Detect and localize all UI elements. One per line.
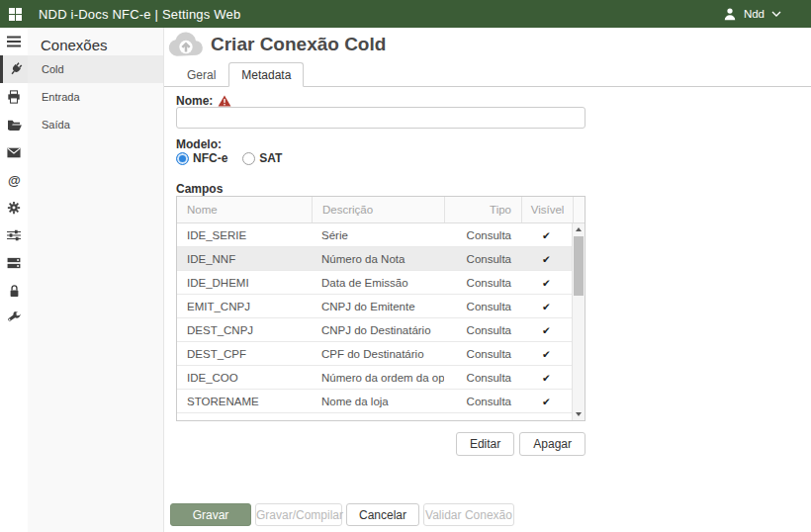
tab-metadata[interactable]: Metadata [228,62,304,87]
cell-tipo: Consulta [444,253,521,265]
table-row[interactable]: DEST_CNPJ CNPJ do Destinatário Consulta … [177,318,572,342]
table-scrollbar[interactable] [572,223,585,420]
cell-descricao: CNPJ do Emitente [312,301,444,312]
cell-descricao: CNPJ do Destinatário [312,324,444,336]
nome-label-row: Nome: [176,94,231,108]
table-row[interactable]: IDE_NNF Número da Nota Consulta ✔ [177,247,572,271]
printer-icon[interactable] [0,83,28,111]
radio-nfce[interactable]: NFC-e [176,151,227,165]
user-menu[interactable]: Ndd [723,7,781,21]
scroll-up-icon[interactable] [573,223,585,235]
tab-geral[interactable]: Geral [174,62,228,87]
cloud-upload-icon [166,30,206,59]
icon-rail: @ [0,28,28,532]
col-header-descricao[interactable]: Descrição [312,197,444,222]
table-row[interactable]: DEST_CPF CPF do Destinatário Consulta ✔ [177,342,572,366]
check-icon: ✔ [521,348,572,360]
cell-nome: IDE_NNF [177,253,312,265]
gravar-button[interactable]: Gravar [170,503,251,526]
main-content: Criar Conexão Cold Geral Metadata Nome: … [164,28,811,532]
connections-panel: Conexões Cold Entrada Saída [28,28,164,532]
sliders-icon[interactable] [0,222,28,249]
sidebar-item-saida[interactable]: Saída [28,111,163,138]
modelo-label: Modelo: [176,137,222,151]
editar-button[interactable]: Editar [456,432,514,456]
table-actions: Editar Apagar [176,432,586,456]
scrollbar-thumb[interactable] [574,236,584,296]
cancelar-button[interactable]: Cancelar [346,503,419,526]
check-icon: ✔ [521,253,572,265]
user-icon [723,7,737,21]
cell-tipo: Consulta [444,348,521,360]
warning-icon [218,95,231,107]
check-icon: ✔ [521,372,572,384]
col-header-visivel[interactable]: Visível [521,197,573,222]
check-icon: ✔ [521,277,572,289]
modelo-radio-group: NFC-e SAT [176,151,282,165]
page-header: Criar Conexão Cold [166,30,386,59]
cell-nome: STORENAME [177,396,312,407]
footer-actions: Gravar Gravar/Compilar Cancelar Validar … [170,503,514,526]
cell-nome: DEST_CNPJ [177,324,312,336]
cell-descricao: Número da ordem da operaç... [312,372,444,384]
check-icon: ✔ [521,396,572,407]
gear-icon[interactable] [0,194,28,222]
table-row[interactable]: IDE_COO Número da ordem da operaç... Con… [177,366,572,390]
radio-sat-label: SAT [259,151,282,165]
col-header-nome[interactable]: Nome [177,197,312,222]
sidebar-item-cold[interactable]: Cold [28,55,163,83]
nome-input[interactable] [176,107,586,129]
col-header-spacer [573,197,585,222]
cell-descricao: CPF do Destinatário [312,348,444,360]
cell-tipo: Consulta [444,277,521,289]
page-title: Criar Conexão Cold [211,34,386,55]
plug-icon [6,59,26,79]
at-sign-icon[interactable]: @ [0,166,28,194]
cell-nome: IDE_SERIE [177,229,312,241]
app-title: NDD i-Docs NFC-e | Settings Web [39,7,240,22]
cell-nome: IDE_COO [177,372,312,384]
campos-label: Campos [176,182,223,196]
cell-tipo: Consulta [444,301,521,312]
sidebar-item-connections[interactable] [0,55,28,83]
table-header-row: Nome Descrição Tipo Visível [177,197,585,223]
radio-sat[interactable]: SAT [242,151,282,165]
cell-nome: EMIT_CNPJ [177,301,312,312]
svg-text:@: @ [8,173,21,188]
chevron-down-icon [771,11,781,17]
table-body: IDE_SERIE Série Consulta ✔ IDE_NNF Númer… [177,223,572,420]
mail-icon[interactable] [0,138,28,166]
app-launcher-icon[interactable] [9,8,22,21]
lock-icon[interactable] [0,277,28,305]
table-row[interactable]: EMIT_CNPJ CNPJ do Emitente Consulta ✔ [177,295,572,318]
cell-descricao: Nome da loja [312,396,444,407]
cell-tipo: Consulta [444,372,521,384]
cell-nome: DEST_CPF [177,348,312,360]
top-bar: NDD i-Docs NFC-e | Settings Web Ndd [0,0,811,28]
gravar-compilar-button[interactable]: Gravar/Compilar [255,503,342,526]
user-name: Ndd [744,8,765,20]
radio-nfce-label: NFC-e [193,151,227,165]
cell-descricao: Data de Emissão [312,277,444,289]
menu-icon[interactable] [0,28,28,55]
check-icon: ✔ [521,324,572,336]
campos-table: Nome Descrição Tipo Visível IDE_SERIE Sé… [176,196,586,421]
cell-tipo: Consulta [444,396,521,407]
scroll-down-icon[interactable] [573,408,585,420]
cell-nome: IDE_DHEMI [177,277,312,289]
panel-title: Conexões [28,28,163,55]
radio-sat-dot [242,152,255,165]
cell-descricao: Série [312,229,444,241]
server-icon[interactable] [0,249,28,277]
apagar-button[interactable]: Apagar [519,432,586,456]
sidebar-item-entrada[interactable]: Entrada [28,83,163,111]
table-row[interactable]: IDE_DHEMI Data de Emissão Consulta ✔ [177,271,572,295]
validar-conexao-button[interactable]: Validar Conexão [423,503,514,526]
wrench-icon[interactable] [0,305,28,332]
table-row[interactable]: IDE_SERIE Série Consulta ✔ [177,223,572,247]
col-header-tipo[interactable]: Tipo [444,197,521,222]
check-icon: ✔ [521,229,572,241]
cell-tipo: Consulta [444,324,521,336]
folder-open-icon[interactable] [0,111,28,138]
table-row[interactable]: STORENAME Nome da loja Consulta ✔ [177,390,572,413]
